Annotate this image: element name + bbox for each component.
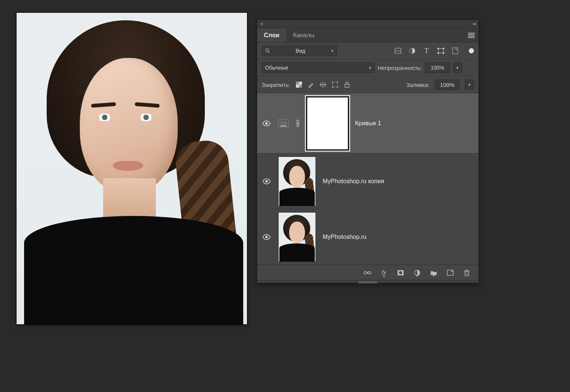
filter-toggle[interactable] xyxy=(469,48,474,53)
layers-panel-footer: fx xyxy=(257,265,479,280)
svg-rect-32 xyxy=(447,270,453,275)
smartobject-filter-icon[interactable] xyxy=(451,47,459,55)
tab-label: Слои xyxy=(264,32,279,39)
chevron-down-icon: ▾ xyxy=(331,49,334,53)
visibility-toggle-icon[interactable] xyxy=(262,232,271,242)
opacity-slider-toggle[interactable]: ▾ xyxy=(453,62,462,73)
layer-thumbnail[interactable] xyxy=(278,212,316,262)
svg-rect-2 xyxy=(395,48,401,53)
blend-mode-value: Обычные xyxy=(265,65,288,71)
svg-rect-7 xyxy=(437,52,439,54)
layer-row[interactable]: MyPhotoshop.ru копия xyxy=(257,153,479,209)
svg-rect-16 xyxy=(337,82,338,83)
svg-rect-15 xyxy=(332,82,333,83)
svg-line-1 xyxy=(268,52,270,53)
shape-filter-icon[interactable] xyxy=(437,47,445,55)
layer-name[interactable]: MyPhotoshop.ru копия xyxy=(323,178,384,185)
tab-channels[interactable]: Каналы xyxy=(286,28,321,42)
lock-artboard-icon[interactable] xyxy=(332,81,338,88)
layer-row[interactable]: Кривые 1 xyxy=(257,93,479,153)
layer-row[interactable]: MyPhotoshop.ru xyxy=(257,209,479,265)
svg-rect-9 xyxy=(453,48,458,54)
chevron-down-icon: ▾ xyxy=(369,65,371,70)
svg-point-0 xyxy=(266,49,269,52)
mask-link-icon[interactable] xyxy=(296,120,300,127)
opacity-value-input[interactable]: 100% xyxy=(425,62,450,73)
svg-rect-10 xyxy=(296,82,299,85)
adjustment-filter-icon[interactable] xyxy=(408,47,416,55)
filter-kind-dropdown[interactable]: Вид ▾ xyxy=(262,46,337,56)
panel-titlebar: × << xyxy=(257,20,479,28)
svg-rect-5 xyxy=(437,48,439,49)
svg-rect-6 xyxy=(443,48,444,49)
visibility-toggle-icon[interactable] xyxy=(262,119,271,128)
new-layer-icon[interactable] xyxy=(446,269,454,277)
canvas-image xyxy=(17,13,247,324)
svg-rect-14 xyxy=(333,82,337,87)
document-canvas[interactable] xyxy=(17,13,247,324)
search-icon xyxy=(265,48,270,53)
svg-rect-4 xyxy=(438,49,444,53)
layers-panel: × << Слои Каналы Вид ▾ T xyxy=(257,20,479,283)
curves-adjustment-icon xyxy=(278,119,289,128)
layer-thumbnail[interactable] xyxy=(278,156,316,206)
layer-filter-row: Вид ▾ T xyxy=(257,43,479,59)
svg-point-20 xyxy=(265,122,268,124)
panel-tabs: Слои Каналы xyxy=(257,28,479,43)
svg-point-24 xyxy=(265,180,268,182)
lock-row: Закрепить: Заливка: 100% ▾ xyxy=(257,76,479,93)
lock-position-icon[interactable] xyxy=(320,81,326,88)
collapse-panel-icon[interactable]: << xyxy=(472,21,476,27)
opacity-label: Непрозрачность: xyxy=(378,65,422,71)
blend-row: Обычные ▾ Непрозрачность: 100% ▾ xyxy=(257,59,479,76)
panel-resize-grip[interactable] xyxy=(257,280,479,283)
filter-kind-label: Вид xyxy=(296,48,305,54)
tab-label: Каналы xyxy=(293,32,314,39)
svg-point-25 xyxy=(265,236,268,238)
fill-value-input[interactable]: 100% xyxy=(435,79,460,90)
link-layers-icon[interactable] xyxy=(363,269,372,277)
fill-label: Заливка: xyxy=(406,82,430,88)
svg-rect-33 xyxy=(465,271,469,276)
tab-layers[interactable]: Слои xyxy=(257,28,286,42)
svg-rect-19 xyxy=(345,84,349,87)
layer-name[interactable]: Кривые 1 xyxy=(355,120,381,127)
close-panel-icon[interactable]: × xyxy=(260,21,264,27)
lock-pixels-icon[interactable] xyxy=(308,81,314,88)
svg-point-30 xyxy=(399,271,402,274)
lock-all-icon[interactable] xyxy=(344,81,351,88)
visibility-toggle-icon[interactable] xyxy=(262,176,271,186)
lock-label: Закрепить: xyxy=(262,82,290,88)
layer-fx-icon[interactable]: fx xyxy=(380,269,388,277)
delete-layer-icon[interactable] xyxy=(463,269,471,277)
svg-rect-11 xyxy=(299,85,302,88)
svg-rect-12 xyxy=(299,82,302,85)
svg-rect-18 xyxy=(337,87,338,88)
svg-rect-13 xyxy=(296,85,299,88)
fill-value: 100% xyxy=(440,82,454,88)
svg-rect-8 xyxy=(443,52,444,54)
add-mask-icon[interactable] xyxy=(396,269,405,277)
type-filter-icon[interactable]: T xyxy=(423,47,430,55)
lock-transparency-icon[interactable] xyxy=(296,81,302,88)
blend-mode-dropdown[interactable]: Обычные ▾ xyxy=(262,62,375,73)
opacity-value: 100% xyxy=(431,65,444,71)
layers-list: Кривые 1 MyPhotoshop.ru копия xyxy=(257,93,479,265)
layer-mask-thumbnail[interactable] xyxy=(307,97,348,150)
new-adjustment-icon[interactable] xyxy=(413,269,421,277)
new-group-icon[interactable] xyxy=(430,269,438,277)
fill-slider-toggle[interactable]: ▾ xyxy=(465,79,474,90)
svg-rect-17 xyxy=(332,87,333,88)
image-filter-icon[interactable] xyxy=(394,47,402,55)
panel-menu-icon[interactable] xyxy=(468,32,475,37)
layer-name[interactable]: MyPhotoshop.ru xyxy=(323,234,367,240)
